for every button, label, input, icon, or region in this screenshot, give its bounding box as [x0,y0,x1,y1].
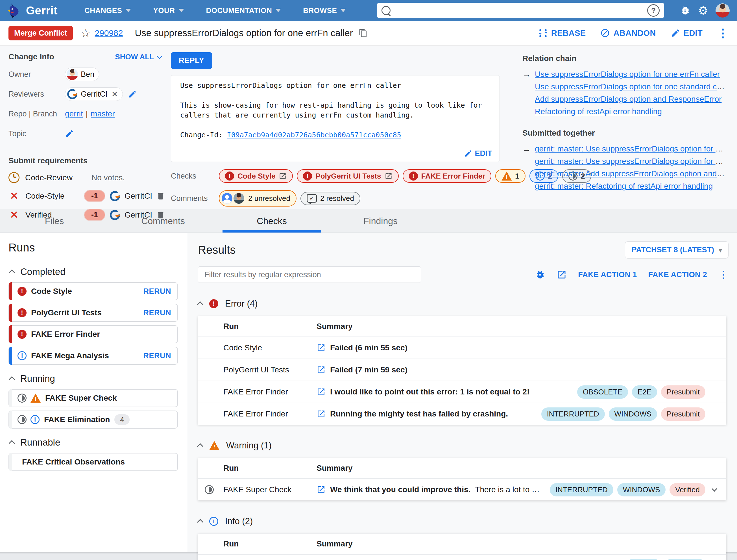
help-icon[interactable]: ? [647,4,660,17]
tab[interactable]: Files [0,209,109,233]
rebase-button[interactable]: REBASE [538,28,586,38]
unresolved-comments-chip[interactable]: 2 unresolved [219,190,297,207]
section-header[interactable]: Info (2) [198,516,729,526]
repo-link[interactable]: gerrit [65,109,83,118]
run-card[interactable]: FAKE Elimination 4 [8,411,178,429]
runs-group-header[interactable]: Running [10,373,187,384]
related-change-link[interactable]: Use suppressErrorDialogs option for one … [535,70,720,79]
run-status-strip [9,389,12,407]
search-box: ? [377,3,664,18]
run-card[interactable]: FAKE Mega Analysis RERUN [8,347,178,365]
nav-menu-item[interactable]: CHANGES [84,6,131,15]
settings-gear-icon[interactable]: ⚙ [698,5,708,16]
show-all-button[interactable]: SHOW ALL [115,53,162,61]
related-change-link[interactable]: Refactoring of restApi error handling [535,107,662,116]
tab[interactable]: Findings [326,209,435,233]
table-row[interactable]: FAKE Mega Analysis This is looking a bit… [198,554,726,560]
result-tag: Presubmit [661,385,705,399]
bug-report-icon[interactable] [680,5,691,16]
nav-menu-item[interactable]: BROWSE [303,6,346,15]
rerun-button[interactable]: RERUN [143,309,171,317]
runs-group: Runnable FAKE Critical Observations [8,437,187,471]
edit-topic-icon[interactable] [65,129,74,138]
section-status-icon [209,299,218,308]
nav-menu-item[interactable]: YOUR [153,6,184,15]
table-row[interactable]: FAKE Error Finder I would like to point … [198,381,726,403]
table-row[interactable]: Code Style Failed (6 min 55 sec) [198,337,726,359]
edit-button[interactable]: EDIT [671,28,703,38]
submitted-together-item: gerrit: master: Add suppressErrorDialogs… [522,168,726,180]
edit-commit-message-button[interactable]: EDIT [464,149,492,158]
reviewer-chip[interactable]: GerritCI ✕ [65,87,123,101]
related-change-link[interactable]: Use suppressErrorDialogs option for one … [535,82,726,91]
run-status-icon [18,287,27,296]
more-options-icon[interactable]: ⋮ [717,27,729,39]
runs-group-header[interactable]: Completed [10,266,187,277]
section-status-icon [209,441,220,450]
fake-action-button[interactable]: FAKE ACTION 2 [648,270,707,279]
external-link-icon[interactable] [317,485,326,494]
filter-input[interactable] [198,266,421,283]
gerrit-logo-icon[interactable] [7,3,23,18]
section-header[interactable]: Error (4) [198,299,729,309]
table-row[interactable]: PolyGerrit UI Tests Failed (7 min 59 sec… [198,359,726,381]
results-heading: Results [198,244,236,256]
submitted-change-link[interactable]: gerrit: master: Refactoring of restApi e… [535,182,713,190]
change-number-link[interactable]: 290982 [95,28,123,38]
resolved-comments-chip[interactable]: 2 resolved [301,192,360,205]
external-link-icon[interactable] [317,343,326,352]
run-card[interactable]: FAKE Critical Observations [8,453,178,471]
abandon-button[interactable]: ABANDON [600,28,656,38]
more-options-icon[interactable]: ⋮ [718,270,729,280]
related-change-link[interactable]: Add suppressErrorDialogs option and Resp… [535,95,721,103]
run-card[interactable]: Code Style RERUN [8,282,178,300]
expand-row-icon[interactable] [712,486,717,492]
runs-group-header[interactable]: Runnable [10,437,187,448]
open-external-icon[interactable] [556,270,567,280]
chevron-down-icon [179,9,184,12]
fake-action-button[interactable]: FAKE ACTION 1 [578,270,637,279]
external-link-icon[interactable] [317,409,326,418]
rerun-button[interactable]: RERUN [143,351,171,360]
bug-report-icon[interactable] [535,270,545,280]
table-row[interactable]: FAKE Super Check We think that you could… [198,478,726,500]
external-link-icon[interactable] [317,365,326,374]
brand-title[interactable]: Gerrit [26,4,58,17]
remove-reviewer-icon[interactable]: ✕ [112,90,118,99]
branch-link[interactable]: master [91,109,115,118]
delete-vote-icon[interactable] [156,192,165,201]
edit-reviewers-icon[interactable] [128,90,137,99]
results-table: Run Summary [198,458,726,500]
topic-row: Topic [8,127,165,140]
copy-icon[interactable] [359,29,368,38]
runs-group: Running FAKE Super Check [8,373,187,429]
tab[interactable]: Checks [218,209,326,233]
section-chevron-icon [197,301,204,308]
external-link-icon[interactable] [317,387,326,396]
table-row[interactable]: FAKE Error Finder Running the mighty tes… [198,403,726,425]
check-error-chip[interactable]: FAKE Error Finder [403,169,492,183]
submitted-change-link[interactable]: gerrit: master: Use suppressErrorDialogs… [535,157,726,166]
run-card[interactable]: FAKE Error Finder [8,325,178,343]
tab[interactable]: Comments [109,209,218,233]
submit-requirement-row: Code-Style -1 GerritCI [8,190,165,202]
submitted-change-link[interactable]: gerrit: master: Add suppressErrorDialogs… [535,169,726,178]
change-id-link[interactable]: I09a7aeb9a4d02ab726a56bebb00a571cca050c8… [227,131,401,139]
submitted-change-link[interactable]: gerrit: master: Use suppressErrorDialogs… [535,144,726,153]
rerun-button[interactable]: RERUN [143,287,171,296]
runs-group: Completed Code Style [8,266,187,365]
patchset-dropdown[interactable]: PATCHSET 8 (LATEST) ▾ [625,241,729,259]
run-card[interactable]: FAKE Super Check [8,389,178,407]
section-header[interactable]: Warning (1) [198,440,729,451]
nav-menu-item[interactable]: DOCUMENTATION [206,6,281,15]
user-avatar[interactable] [716,3,730,18]
run-status-strip [9,347,12,365]
reply-button[interactable]: REPLY [171,52,212,69]
star-icon[interactable]: ☆ [81,27,91,40]
run-card[interactable]: PolyGerrit UI Tests RERUN [8,304,178,322]
search-input[interactable] [394,6,647,15]
checks-content: Runs Completed [0,233,737,552]
check-error-chip[interactable]: Code Style [219,169,293,183]
check-error-chip[interactable]: PolyGerrit UI Tests [297,169,398,183]
owner-chip[interactable]: Ben [65,68,99,81]
